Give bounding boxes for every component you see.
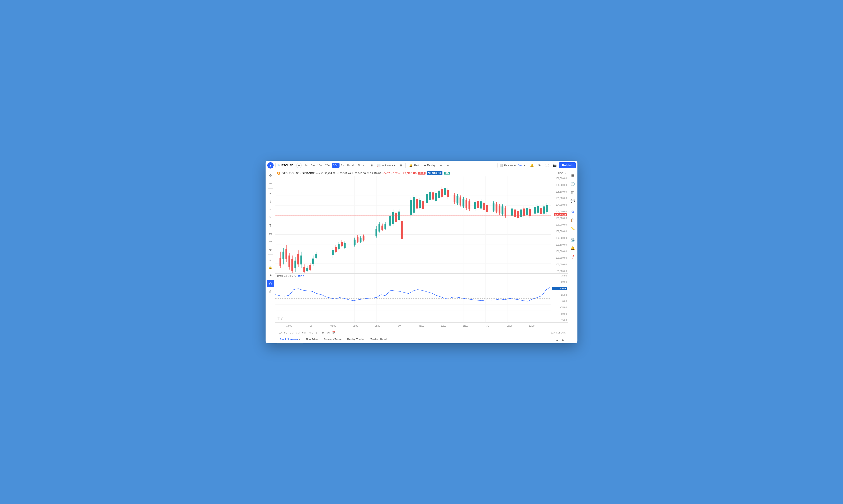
alert-label: Alert (414, 164, 419, 167)
rs-signal-button[interactable]: 📡 (569, 236, 576, 243)
period-all[interactable]: All (326, 331, 331, 335)
undo-button[interactable]: ↩ (438, 163, 444, 168)
svg-rect-93 (422, 201, 424, 209)
period-ytd[interactable]: YTD (307, 331, 315, 335)
svg-rect-97 (429, 192, 431, 200)
indicator-scale: 75.00 50.00 40.59 25.00 0.00 −25.00 −50.… (551, 274, 568, 322)
patterns-tool[interactable]: ⌇ (267, 198, 274, 205)
playground-save-button[interactable]: ⬜ Playground Save ▾ (497, 163, 528, 168)
lines-tool[interactable]: ≡ (267, 190, 274, 197)
main-content: ✛ ✏ ≡ ⌇ ≈ ✎ T ◎ ✏ ⊕ ⌂ 🔒 👁 ⬡ 🗑 ₿ BTCUSD ·… (266, 170, 577, 343)
low-value: 99,316.86 (355, 172, 366, 175)
tab-replay-trading[interactable]: Replay Trading (345, 336, 368, 343)
period-1m[interactable]: 1M (289, 331, 295, 335)
tab-stock-screener[interactable]: Stock Screener ▾ (277, 336, 303, 343)
ind-current: 40.59 (552, 287, 567, 290)
lock-tool[interactable]: 🔒 (267, 264, 274, 271)
price-scale: 106,500.00 106,000.00 105,500.00 105,000… (551, 176, 568, 273)
rs-watchlist-button[interactable]: ☰ (569, 172, 576, 179)
watchlist-icon-button[interactable]: 👁 (536, 162, 543, 168)
svg-rect-155 (529, 209, 531, 216)
tab-trading-panel[interactable]: Trading Panel (368, 336, 390, 343)
tf-4h[interactable]: 4h (351, 163, 356, 168)
period-5d[interactable]: 5D (283, 331, 289, 335)
symbol-selector[interactable]: 🔍 BTCUSD (275, 163, 295, 168)
symbol-text: BTCUSD (281, 164, 293, 167)
layout-button[interactable]: ⊞ (398, 163, 404, 168)
delete-tool[interactable]: 🗑 (267, 288, 274, 295)
annotation-tool[interactable]: ✏ (267, 238, 274, 245)
indicator-settings-icon: ⚙ (294, 274, 297, 277)
svg-rect-113 (456, 196, 458, 203)
period-1d[interactable]: 1D (277, 331, 283, 335)
pencil-tool[interactable]: ✏ (267, 180, 274, 187)
separator-2 (405, 163, 406, 168)
indicator-name: CMO Indicator (277, 275, 293, 277)
rs-history-button[interactable]: 🕐 (569, 180, 576, 187)
search-icon: 🔍 (277, 164, 280, 167)
rs-layers-button[interactable]: ◫ (569, 189, 576, 196)
rs-calendar-button[interactable]: 📋 (569, 217, 576, 224)
tf-5m[interactable]: 5m (310, 163, 316, 168)
period-1y[interactable]: 1Y (315, 331, 320, 335)
period-5y[interactable]: 5Y (320, 331, 326, 335)
logo[interactable]: ▲ (267, 162, 274, 168)
magnet-tool[interactable]: ⌂ (267, 256, 274, 263)
text-tool[interactable]: T (267, 222, 274, 229)
tab-strategy-tester[interactable]: Strategy Tester (321, 336, 345, 343)
fibonacci-tool[interactable]: ≈ (267, 206, 274, 213)
period-3m[interactable]: 3M (295, 331, 301, 335)
notification-button[interactable]: 🔔 (529, 162, 535, 168)
tf-20m[interactable]: 20m (324, 163, 332, 168)
replay-button[interactable]: ⏮ Replay (422, 163, 437, 168)
calendar-button[interactable]: 📅 (331, 330, 336, 335)
redo-icon: ↪ (446, 164, 449, 167)
tab-right-buttons: ∧ ⊡ (554, 337, 566, 342)
alert-button[interactable]: 🔔 Alert (407, 163, 421, 168)
period-6m[interactable]: 6M (301, 331, 307, 335)
svg-rect-103 (438, 191, 440, 198)
candlestick-area[interactable] (275, 176, 551, 273)
publish-button[interactable]: Publish (559, 162, 576, 168)
tf-D[interactable]: D (357, 163, 361, 168)
indicators-button[interactable]: 📈 Indicators ▾ (375, 163, 397, 168)
screenshot-button[interactable]: 📷 (551, 162, 558, 168)
brush-tool[interactable]: ✎ (267, 214, 274, 221)
current-price-label: 104,708.24 (554, 213, 567, 216)
cmo-plot[interactable]: CMO Indicator ⚙ 19.12 (275, 274, 551, 322)
eye-tool[interactable]: 👁 (267, 272, 274, 279)
tab-pine-editor[interactable]: Pine Editor (303, 336, 321, 343)
rs-help-button[interactable]: ❓ (569, 253, 576, 260)
circle-tool[interactable]: ◎ (267, 230, 274, 237)
svg-rect-75 (389, 216, 391, 226)
price-level-15: 99,500.00 (552, 270, 567, 272)
chart-type-button[interactable]: ⊞ (369, 163, 374, 168)
rs-alerts-button[interactable]: ⚙ (569, 208, 576, 215)
svg-rect-117 (462, 199, 464, 206)
tf-1h[interactable]: 1h (340, 163, 345, 168)
tf-2h[interactable]: 2h (346, 163, 351, 168)
rs-chat-button[interactable]: 💬 (569, 197, 576, 204)
rs-notification-button[interactable]: 🔔 (569, 245, 576, 252)
redo-button[interactable]: ↪ (445, 163, 451, 168)
tab-pine-editor-label: Pine Editor (305, 338, 319, 341)
fullscreen-button[interactable]: ⛶ (544, 162, 550, 168)
tab-expand-button[interactable]: ⊡ (561, 337, 566, 342)
time-axis-inner: 18:00 29 06:00 12:00 18:00 30 06:00 12:0… (275, 323, 551, 329)
measure-tool[interactable]: ⊕ (267, 246, 274, 253)
tab-collapse-button[interactable]: ∧ (554, 337, 560, 342)
chart-header-info: ₿ BTCUSD · 30 · BINANCE ● ● O 99,434.97 … (275, 170, 568, 176)
active-tool[interactable]: ⬡ (267, 280, 274, 287)
tab-replay-trading-label: Replay Trading (347, 338, 365, 341)
tf-1m[interactable]: 1m (303, 163, 310, 168)
tf-30m[interactable]: 30m (332, 163, 339, 168)
add-symbol-button[interactable]: + (296, 163, 302, 168)
rs-ruler-button[interactable]: 📏 (569, 225, 576, 232)
layout-icon: ⊞ (400, 164, 402, 167)
chart-main[interactable]: 106,500.00 106,000.00 105,500.00 105,000… (275, 176, 568, 273)
indicator-header: CMO Indicator ⚙ 19.12 (277, 274, 304, 277)
crosshair-tool[interactable]: ✛ (267, 172, 274, 179)
price-level-9: 102,500.00 (552, 230, 567, 233)
tf-more[interactable]: ▾ (361, 163, 365, 168)
tf-15m[interactable]: 15m (316, 163, 324, 168)
